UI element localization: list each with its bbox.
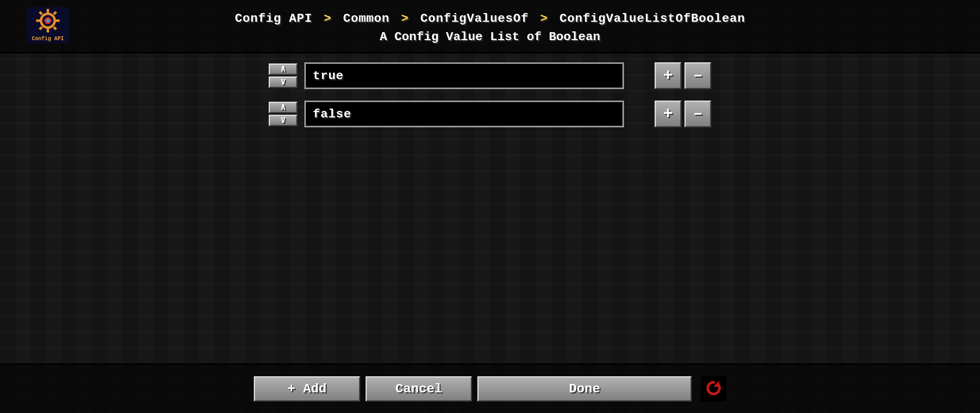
move-up-button[interactable]: ∧ [269,63,297,75]
breadcrumb-item[interactable]: Common [343,11,389,26]
reset-button[interactable] [701,376,726,402]
cancel-button[interactable]: Cancel [366,376,472,402]
remove-button[interactable]: – [684,101,711,127]
move-down-button[interactable]: ∨ [269,115,297,126]
footer-bar: + Add Cancel Done [0,363,980,413]
value-input[interactable]: false [304,101,624,127]
value-text: false [313,107,351,121]
chevron-right-icon: > [401,11,409,26]
value-text: true [313,69,344,83]
chevron-right-icon: > [540,11,548,26]
breadcrumb-item[interactable]: ConfigValuesOf [420,11,529,26]
insert-button[interactable]: + [655,101,681,127]
add-button[interactable]: + Add [254,376,360,402]
list-item: ∧ ∨ false + – [0,95,980,133]
reset-icon [705,379,722,399]
chevron-right-icon: > [324,11,332,26]
value-list: ∧ ∨ true + – ∧ ∨ false + – [0,54,980,363]
move-down-button[interactable]: ∨ [269,76,297,88]
value-input[interactable]: true [304,62,624,89]
move-up-button[interactable]: ∧ [269,102,297,113]
breadcrumb-item[interactable]: Config API [235,11,312,26]
list-item: ∧ ∨ true + – [0,57,980,95]
remove-button[interactable]: – [684,62,711,89]
header-bar: Config API Config API > Common > ConfigV… [0,0,980,54]
breadcrumb: Config API > Common > ConfigValuesOf > C… [0,11,980,26]
done-button[interactable]: Done [477,376,692,402]
breadcrumb-item: ConfigValueListOfBoolean [560,11,745,26]
insert-button[interactable]: + [655,62,681,89]
page-subtitle: A Config Value List of Boolean [0,30,980,44]
